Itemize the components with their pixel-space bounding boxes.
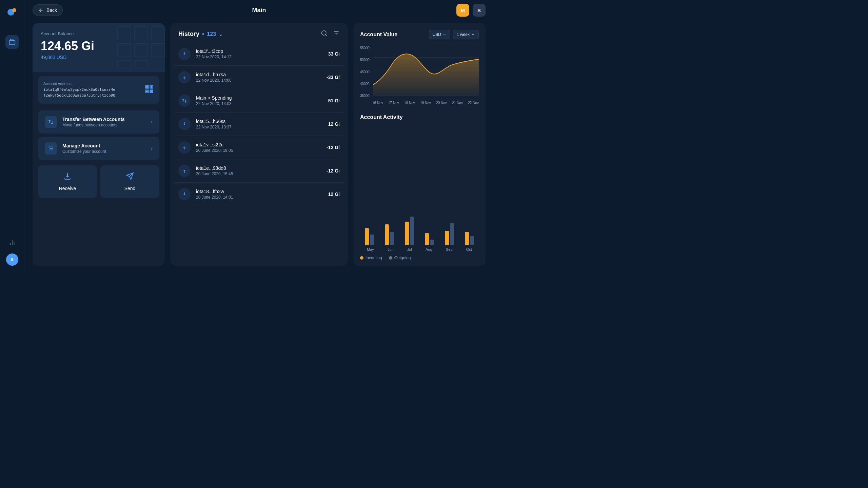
transfer-card[interactable]: Transfer Between Accounts Move funds bet… (38, 110, 159, 134)
tx-icon (178, 118, 191, 130)
outgoing-dot (389, 256, 392, 260)
svg-rect-13 (134, 60, 148, 67)
tx-icon (178, 141, 191, 154)
svg-rect-11 (151, 43, 165, 57)
tx-amount: -12 Gi (327, 168, 340, 174)
tx-address: iota1e...98dd8 (196, 165, 321, 171)
panels: Account Balance 124.65 Gi 49,860 USD Acc… (24, 20, 494, 271)
chart-controls: USD 1 week (429, 30, 479, 39)
transfer-title: Transfer Between Accounts (62, 117, 145, 122)
header-avatar-m[interactable]: M (456, 4, 469, 17)
qr-icon[interactable] (144, 84, 154, 96)
transfer-sub: Move funds between accounts (62, 123, 145, 127)
outgoing-bar (430, 240, 434, 245)
tx-icon (178, 48, 191, 60)
address-text: iota1q9f0mlq8yxpx2nck8a0slxnzr4e f2ek8f5… (43, 87, 115, 98)
tx-details: iota1v...sj22c 20 June 2020, 19:05 (196, 142, 321, 153)
tx-amount: 12 Gi (328, 121, 340, 127)
action-buttons: Transfer Between Accounts Move funds bet… (33, 108, 165, 163)
search-icon[interactable] (321, 30, 328, 38)
filter-icon[interactable] (333, 30, 340, 38)
tx-address: iota1v...sj22c (196, 142, 321, 147)
tx-date: 22 Nov 2020, 14:03 (196, 101, 323, 106)
tx-item[interactable]: Main > Spending 22 Nov 2020, 14:03 51 Gi (174, 89, 344, 113)
svg-point-29 (49, 147, 50, 147)
svg-rect-10 (134, 43, 148, 57)
sidebar-item-wallet[interactable] (5, 35, 19, 49)
history-list: iota1f...t3cop 22 Nov 2020, 14:12 33 Gi … (170, 42, 348, 266)
period-dropdown[interactable]: 1 week (453, 30, 479, 39)
month-label: Jun (388, 247, 394, 251)
right-panel: Account Value USD 1 week 5 (353, 23, 486, 266)
svg-point-1 (12, 8, 16, 12)
manage-text: Manage Account Customize your account (62, 143, 145, 154)
main-content: Back Main M S (24, 0, 494, 271)
manage-sub: Customize your account (62, 149, 145, 154)
transfer-text: Transfer Between Accounts Move funds bet… (62, 117, 145, 127)
activity-title: Account Activity (360, 114, 479, 120)
outgoing-bar (410, 217, 414, 245)
charts-icon[interactable] (8, 239, 16, 248)
legend-incoming: Incoming (360, 256, 382, 260)
tx-icon (178, 188, 191, 200)
tx-details: Main > Spending 22 Nov 2020, 14:03 (196, 95, 323, 106)
legend-outgoing: Outgoing (389, 256, 411, 260)
user-avatar-sidebar[interactable]: A (6, 253, 18, 266)
outgoing-bar (470, 236, 474, 245)
tx-icon (178, 71, 191, 83)
tx-amount: 12 Gi (328, 191, 340, 197)
tx-date: 22 Nov 2020, 14:06 (196, 78, 321, 83)
tx-details: iota1f...t3cop 22 Nov 2020, 14:12 (196, 48, 323, 59)
bar-group (400, 217, 419, 245)
tx-details: iota1d...hh7sa 22 Nov 2020, 14:06 (196, 72, 321, 83)
svg-rect-2 (9, 41, 15, 45)
outgoing-bar (390, 232, 394, 245)
header-avatar-s[interactable]: S (473, 4, 486, 17)
manage-title: Manage Account (62, 143, 145, 148)
bar-group (360, 228, 379, 245)
header-right: M S (456, 4, 486, 17)
tx-item[interactable]: iota1f...t3cop 22 Nov 2020, 14:12 33 Gi (174, 42, 344, 66)
back-button[interactable]: Back (33, 4, 63, 16)
svg-rect-23 (150, 92, 151, 93)
tx-amount: 33 Gi (328, 51, 340, 57)
tx-item[interactable]: iota18...ffn2w 20 June 2020, 14:01 12 Gi (174, 183, 344, 206)
bar-group (460, 232, 479, 245)
svg-rect-18 (151, 86, 152, 87)
month-label: Jul (407, 247, 412, 251)
address-label: Account Address (43, 82, 115, 86)
tx-amount: -12 Gi (327, 145, 340, 150)
tx-amount: -33 Gi (327, 75, 340, 80)
tx-item[interactable]: iota1e...98dd8 20 June 2020, 15:45 -12 G… (174, 159, 344, 183)
svg-rect-12 (117, 60, 131, 67)
bottom-actions: Receive Send (33, 163, 165, 203)
svg-rect-7 (134, 26, 148, 40)
incoming-bar (445, 231, 449, 245)
svg-rect-21 (150, 90, 151, 91)
middle-panel: History • 123 ⌄ (170, 23, 348, 266)
x-axis-labels: 16 Nov 17 Nov 18 Nov 19 Nov 20 Nov 21 No… (360, 99, 479, 105)
svg-rect-19 (146, 90, 148, 92)
header: Back Main M S (24, 0, 494, 20)
tx-item[interactable]: iota1d...hh7sa 22 Nov 2020, 14:06 -33 Gi (174, 66, 344, 89)
receive-button[interactable]: Receive (38, 165, 97, 198)
tx-details: iota1e...98dd8 20 June 2020, 15:45 (196, 165, 321, 176)
tx-date: 20 June 2020, 14:01 (196, 195, 323, 200)
currency-dropdown[interactable]: USD (429, 30, 450, 39)
manage-card[interactable]: Manage Account Customize your account › (38, 137, 159, 160)
tx-item[interactable]: iota1v...sj22c 20 June 2020, 19:05 -12 G… (174, 136, 344, 159)
account-value-title: Account Value (360, 32, 397, 38)
month-label: Sep (446, 247, 453, 251)
tx-address: iota1f...t3cop (196, 48, 323, 54)
incoming-dot (360, 256, 363, 260)
y-axis-labels: 55000 50000 45000 40000 35000 (360, 45, 373, 99)
legend: Incoming Outgoing (360, 256, 479, 260)
app-logo (5, 5, 20, 20)
history-title: History • 123 ⌄ (178, 30, 223, 38)
tx-address: Main > Spending (196, 95, 323, 101)
tx-item[interactable]: iota15...h66ss 22 Nov 2020, 13:37 12 Gi (174, 113, 344, 136)
month-label: Oct (466, 247, 472, 251)
send-button[interactable]: Send (100, 165, 159, 198)
address-section: Account Address iota1q9f0mlq8yxpx2nck8a0… (38, 76, 159, 104)
svg-rect-6 (117, 26, 131, 40)
